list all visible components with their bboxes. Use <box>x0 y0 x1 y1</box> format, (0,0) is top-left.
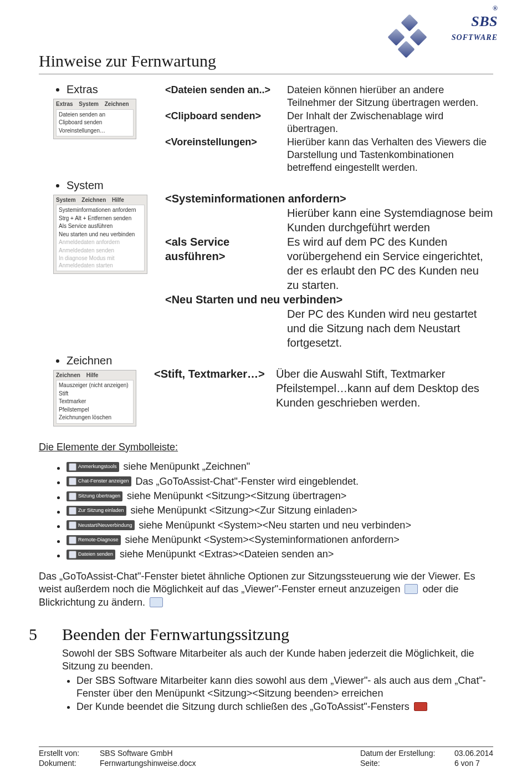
section-extras-label: Extras <box>66 83 98 95</box>
toolbar-row: Sitzung übertragensiehe Menüpunkt <Sitzu… <box>66 490 493 502</box>
brand-name: SBS <box>471 13 498 29</box>
section-zeichnen: Zeichnen Zeichnen Hilfe Mauszeiger (nich… <box>66 353 493 426</box>
toolbar-icon <box>69 463 76 471</box>
section-5-bullets: Der SBS Software Mitarbeiter kann dies s… <box>62 674 493 713</box>
toolbar-row: Remote-Diagnosesiehe Menüpunkt <System><… <box>66 534 493 546</box>
direction-icon <box>150 597 163 607</box>
section-5-number: 5 <box>29 623 62 645</box>
section-system: System System Zeichnen Hilfe Systeminfor… <box>66 178 493 350</box>
registered-mark: ® <box>405 4 498 13</box>
extras-row-clipboard: <Clipboard senden> Der Inhalt der Zwisch… <box>165 110 493 136</box>
toolbar-button-icon: Chat-Fenster anzeigen <box>66 476 131 486</box>
toolbar-icon <box>69 536 76 544</box>
footer-date-value: 03.06.2014 <box>454 748 493 758</box>
toolbar-desc: Das „GoToAssist-Chat"-Fenster wird einge… <box>136 475 359 488</box>
footer-date-label: Datum der Erstellung: <box>360 748 454 758</box>
footer-left: Erstellt von:SBS Software GmbH Dokument:… <box>39 748 196 768</box>
toolbar-icon <box>69 507 76 515</box>
zeichnen-row-stift: <Stift, Textmarker…> Über die Auswahl St… <box>154 367 493 410</box>
toolbar-button-icon: Zur Sitzung einladen <box>66 506 126 516</box>
toolbar-desc: siehe Menüpunkt <System><Systeminformati… <box>125 534 400 546</box>
toolbar-button-icon: Anmerkungstools <box>66 462 119 472</box>
extras-row-voreinstellungen: <Voreinstellungen> Hierüber kann das Ver… <box>165 136 493 175</box>
system-desc-sysinfo: Hierüber kann eine Systemdiagnose beim K… <box>287 206 493 235</box>
toolbar-button-icon: Neustart/Neuverbindung <box>66 520 135 530</box>
footer-document-value: Fernwartungshinweise.docx <box>100 758 196 768</box>
toolbar-list: Anmerkungstoolssiehe Menüpunkt „Zeichnen… <box>39 460 493 561</box>
toolbar-row: Anmerkungstoolssiehe Menüpunkt „Zeichnen… <box>66 460 493 473</box>
viewer-again-icon <box>405 584 418 594</box>
section-5-bullet-1: Der SBS Software Mitarbeiter kann dies s… <box>76 674 493 700</box>
document-page: ® SBS SOFTWARE Hinweise zur Fernwartung … <box>0 0 532 777</box>
footer-page-value: 6 von 7 <box>454 758 480 768</box>
brand-logo: ® SBS SOFTWARE <box>405 4 498 44</box>
brand-subtitle: SOFTWARE <box>452 33 498 42</box>
close-window-icon <box>414 702 427 711</box>
toolbar-button-icon: Sitzung übertragen <box>66 491 122 501</box>
section-5: 5 Beenden der Fernwartungssitzung Sowohl… <box>39 623 493 713</box>
chat-paragraph: Das „GoToAssist-Chat"-Fenster bietet ähn… <box>39 570 493 609</box>
toolbar-desc: siehe Menüpunkt <Sitzung><Zur Sitzung ei… <box>131 504 357 517</box>
toolbar-heading: Die Elemente der Symbolleiste: <box>39 441 493 454</box>
section-5-title: Beenden der Fernwartungssitzung <box>62 623 493 645</box>
toolbar-desc: siehe Menüpunkt <System><Neu starten und… <box>139 519 411 532</box>
footer-document-label: Dokument: <box>39 758 100 768</box>
system-row-service: <als Service ausführen> Es wird auf dem … <box>165 235 493 292</box>
footer-page-label: Seite: <box>360 758 454 768</box>
toolbar-icon <box>69 551 76 558</box>
section-extras: Extras Extras System Zeichnen Dateien se… <box>66 82 493 175</box>
toolbar-button-icon: Remote-Diagnose <box>66 535 121 545</box>
section-list: Extras Extras System Zeichnen Dateien se… <box>39 82 493 426</box>
toolbar-button-icon: Dateien senden <box>66 550 115 560</box>
extras-row-dateien-senden: <Dateien senden an..> Dateien können hie… <box>165 84 493 110</box>
section-zeichnen-label: Zeichnen <box>66 354 112 367</box>
extras-menu-screenshot: Extras System Zeichnen Dateien senden an… <box>53 99 136 139</box>
page-footer: Erstellt von:SBS Software GmbH Dokument:… <box>39 746 493 768</box>
zeichnen-menu-screenshot: Zeichnen Hilfe Mauszeiger (nicht anzeige… <box>53 370 136 426</box>
toolbar-row: Neustart/Neuverbindungsiehe Menüpunkt <S… <box>66 519 493 532</box>
system-definitions: <Systeminformationen anfordern> Hierüber… <box>165 191 493 350</box>
toolbar-row: Zur Sitzung einladensiehe Menüpunkt <Sit… <box>66 504 493 517</box>
toolbar-row: Chat-Fenster anzeigenDas „GoToAssist-Cha… <box>66 475 493 488</box>
zeichnen-definitions: <Stift, Textmarker…> Über die Auswahl St… <box>154 367 493 410</box>
system-desc-restart: Der PC des Kunden wird neu gestartet und… <box>287 307 493 350</box>
section-5-bullet-2: Der Kunde beendet die Sitzung durch schl… <box>76 700 493 713</box>
extras-definitions: <Dateien senden an..> Dateien können hie… <box>165 84 493 175</box>
toolbar-row: Dateien sendensiehe Menüpunkt <Extras><D… <box>66 548 493 561</box>
toolbar-desc: siehe Menüpunkt <Sitzung><Sitzung übertr… <box>127 490 346 502</box>
toolbar-icon <box>69 492 76 500</box>
system-head-sysinfo: <Systeminformationen anfordern> <box>165 191 493 206</box>
system-menu-screenshot: System Zeichnen Hilfe Systeminformatione… <box>53 195 147 275</box>
toolbar-icon <box>69 521 76 529</box>
footer-right: Datum der Erstellung:03.06.2014 Seite:6 … <box>360 748 493 768</box>
section-5-lead: Sowohl der SBS Software Mitarbeiter als … <box>62 647 493 673</box>
toolbar-icon <box>69 478 76 485</box>
footer-created-by-value: SBS Software GmbH <box>100 748 173 758</box>
toolbar-desc: siehe Menüpunkt <Extras><Dateien senden … <box>120 548 334 561</box>
footer-created-by-label: Erstellt von: <box>39 748 100 758</box>
section-system-label: System <box>66 179 104 191</box>
toolbar-desc: siehe Menüpunkt „Zeichnen" <box>124 460 250 473</box>
system-head-restart: <Neu Starten und neu verbinden> <box>165 292 493 307</box>
